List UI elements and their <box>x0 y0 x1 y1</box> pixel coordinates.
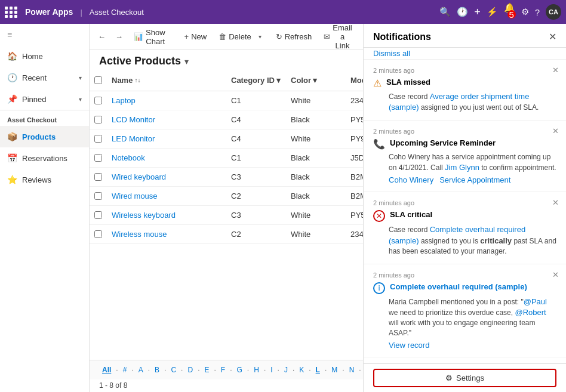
cell-catid-4: C3 <box>226 168 286 186</box>
pagination-separator: · <box>278 366 279 374</box>
reservations-icon: 📅 <box>7 153 17 163</box>
notification-card-3: 2 minutes ago ✕ ✕ SLA critical Case reco… <box>364 192 566 264</box>
row-checkbox-6[interactable] <box>90 206 107 224</box>
delete-chevron-icon[interactable]: ▾ <box>259 33 262 40</box>
notifications-close-button[interactable]: ✕ <box>549 31 556 42</box>
product-link-2[interactable]: LED Monitor <box>112 134 155 143</box>
pagination-letter[interactable]: G <box>234 364 245 376</box>
col-header-category[interactable]: Category ID ▾ <box>226 72 286 88</box>
row-checkbox-2[interactable] <box>90 130 107 147</box>
notif-4-close-button[interactable]: ✕ <box>552 270 559 279</box>
pagination-letter[interactable]: J <box>281 364 291 376</box>
coho-winery-link[interactable]: Coho Winery <box>389 175 433 184</box>
recent-icon[interactable]: 🕐 <box>457 7 468 17</box>
show-chart-button[interactable]: 📊 Show Chart <box>129 24 170 50</box>
pagination-letter[interactable]: I <box>267 364 275 376</box>
search-icon[interactable]: 🔍 <box>439 7 451 17</box>
chart-icon: 📊 <box>134 32 143 41</box>
back-button[interactable]: ← <box>94 29 109 45</box>
row-checkbox-7[interactable] <box>90 226 107 243</box>
notif-1-link[interactable]: Average order shipment time (sample) <box>389 92 529 112</box>
grid-body: Laptop C1 White 2341XYXZ LCD Monitor C4 … <box>90 91 363 244</box>
view-record-link[interactable]: View record <box>389 341 429 350</box>
notif-1-time: 2 minutes ago <box>373 67 556 74</box>
pagination-letter[interactable]: F <box>218 364 228 376</box>
dismiss-all-button[interactable]: Dismiss all <box>364 48 566 60</box>
row-checkbox-5[interactable] <box>90 187 107 205</box>
pagination-letter[interactable]: L <box>313 364 323 376</box>
product-link-1[interactable]: LCD Monitor <box>112 115 155 124</box>
check-all[interactable] <box>90 73 107 88</box>
robert-mention[interactable]: @Robert <box>515 308 546 317</box>
notif-3-title: SLA critical <box>390 210 556 219</box>
notif-2-close-button[interactable]: ✕ <box>552 126 559 135</box>
row-checkbox-3[interactable] <box>90 149 107 166</box>
pagination-letter[interactable]: # <box>120 364 130 376</box>
col-header-color[interactable]: Color ▾ <box>286 72 346 88</box>
product-link-7[interactable]: Wireless mouse <box>112 230 167 239</box>
sidebar-item-recent[interactable]: 🕐 Recent ▾ <box>0 67 89 88</box>
grid-title: Active Products <box>99 55 181 67</box>
sidebar-item-home[interactable]: 🏠 Home <box>0 45 89 67</box>
table-row: LED Monitor C4 White PY9-00018 <box>90 129 363 149</box>
cell-color-5: Black <box>286 187 346 205</box>
cell-model-4: B2M-00009 <box>346 168 363 186</box>
pagination-letter[interactable]: H <box>251 364 262 376</box>
sidebar-collapse[interactable]: ≡ <box>0 24 89 45</box>
waffle-menu[interactable] <box>5 7 18 18</box>
pagination-letter[interactable]: D <box>184 364 196 376</box>
product-link-5[interactable]: Wired mouse <box>112 192 158 200</box>
pagination-letter[interactable]: N <box>346 364 358 376</box>
notifications-settings-button[interactable]: ⚙ Settings <box>373 369 556 387</box>
pagination-separator: · <box>164 366 166 374</box>
forward-button[interactable]: → <box>112 29 127 45</box>
bell-icon[interactable]: 🔔 5 <box>504 2 515 21</box>
filter-icon[interactable]: ⚡ <box>487 7 498 17</box>
grid-title-chevron-icon[interactable]: ▾ <box>184 57 189 66</box>
notif-3-close-button[interactable]: ✕ <box>552 198 559 207</box>
col-header-model[interactable]: Model No. ▾ <box>346 72 363 88</box>
cell-catid-1: C4 <box>226 110 286 129</box>
pagination-letter[interactable]: E <box>201 364 212 376</box>
pagination-letter[interactable]: M <box>328 364 340 376</box>
pagination-letter[interactable]: C <box>168 364 179 376</box>
sidebar-item-products[interactable]: 📦 Products <box>0 126 89 147</box>
service-appointment-link[interactable]: Service Appointment <box>439 175 510 184</box>
product-link-6[interactable]: Wireless keyboard <box>112 211 176 220</box>
product-link-0[interactable]: Laptop <box>112 96 136 105</box>
refresh-button[interactable]: ↻ Refresh <box>271 29 317 45</box>
notifications-header: Notifications ✕ <box>364 24 566 48</box>
pagination-letter[interactable]: A <box>136 364 146 376</box>
delete-button[interactable]: 🗑 Delete <box>214 29 256 45</box>
select-all-checkbox[interactable] <box>94 76 102 84</box>
col-header-name[interactable]: Name ↑↓ <box>107 72 226 88</box>
error-circle-icon: ✕ <box>373 210 385 222</box>
paul-mention[interactable]: @Paul <box>524 297 547 306</box>
cell-color-3: Black <box>286 149 346 167</box>
row-checkbox-1[interactable] <box>90 111 107 128</box>
pagination-separator: · <box>342 366 344 374</box>
sidebar-item-pinned[interactable]: 📌 Pinned ▾ <box>0 88 89 110</box>
sidebar-item-reservations[interactable]: 📅 Reservations <box>0 147 89 169</box>
product-link-4[interactable]: Wired keyboard <box>112 172 166 181</box>
help-icon[interactable]: ? <box>535 7 540 17</box>
pagination-letter[interactable]: K <box>296 364 307 376</box>
notif-1-header: ⚠ SLA missed <box>373 78 556 89</box>
notif-4-title[interactable]: Complete overhaul required (sample) <box>390 282 556 291</box>
data-grid: Name ↑↓ Category ID ▾ Color ▾ Model No. … <box>90 70 363 360</box>
row-checkbox-0[interactable] <box>90 92 107 109</box>
sidebar-item-reviews[interactable]: ⭐ Reviews <box>0 169 89 190</box>
pagination-letter[interactable]: All <box>99 364 114 376</box>
email-link-button[interactable]: ✉ Email a Link <box>319 24 357 54</box>
row-checkbox-4[interactable] <box>90 168 107 186</box>
settings-icon[interactable]: ⚙ <box>521 7 529 17</box>
pagination-letter[interactable]: B <box>152 364 162 376</box>
product-link-3[interactable]: Notebook <box>112 153 145 162</box>
avatar[interactable]: CA <box>546 4 561 20</box>
add-icon[interactable]: + <box>474 6 481 18</box>
notif-2-jim-link[interactable]: Jim Glynn <box>445 163 479 172</box>
notif-1-close-button[interactable]: ✕ <box>552 66 559 75</box>
notif-5-close-button[interactable]: ✕ <box>552 363 559 364</box>
cell-catid-3: C1 <box>226 149 286 167</box>
new-button[interactable]: + New <box>180 29 212 45</box>
